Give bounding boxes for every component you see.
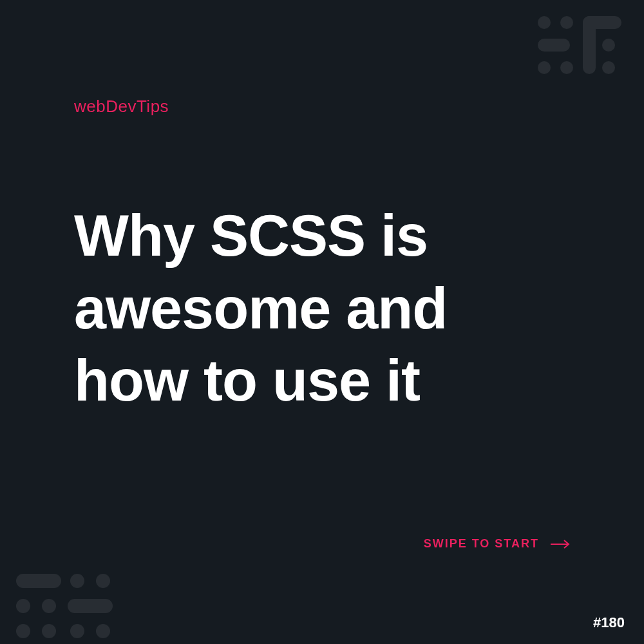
svg-point-1 — [560, 16, 573, 29]
decorative-pattern-bottom — [13, 571, 122, 644]
svg-point-0 — [538, 16, 551, 29]
swipe-label: SWIPE TO START — [424, 537, 539, 551]
svg-point-17 — [70, 624, 84, 638]
svg-point-12 — [16, 599, 30, 613]
svg-point-8 — [602, 61, 615, 74]
svg-rect-14 — [68, 599, 113, 613]
svg-point-13 — [42, 599, 56, 613]
svg-point-18 — [96, 624, 110, 638]
svg-point-5 — [602, 39, 615, 52]
svg-rect-3 — [538, 39, 570, 52]
slide-title: Why SCSS is awesome and how to use it — [74, 200, 570, 417]
arrow-right-icon — [551, 540, 570, 549]
svg-point-11 — [96, 574, 110, 588]
decorative-pattern-top — [535, 13, 631, 112]
svg-point-10 — [70, 574, 84, 588]
swipe-cta[interactable]: SWIPE TO START — [424, 537, 570, 551]
svg-rect-4 — [583, 16, 596, 74]
brand-name: webDevTips — [74, 97, 169, 117]
svg-point-7 — [560, 61, 573, 74]
svg-point-6 — [538, 61, 551, 74]
svg-point-15 — [16, 624, 30, 638]
page-number: #180 — [593, 614, 625, 631]
svg-rect-9 — [16, 574, 61, 588]
svg-point-16 — [42, 624, 56, 638]
